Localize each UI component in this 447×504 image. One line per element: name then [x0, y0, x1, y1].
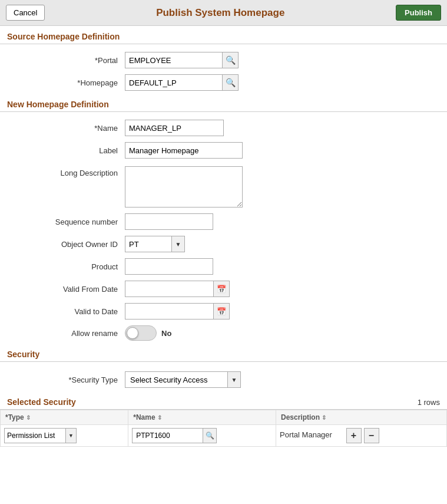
portal-row: *Portal 🔍 — [0, 49, 447, 71]
valid-to-row: Valid to Date 📅 — [0, 300, 447, 322]
row-description-text: Portal Manager — [280, 430, 332, 439]
homepage-row: *Homepage 🔍 — [0, 71, 447, 94]
security-type-row: *Security Type Select Security Access ▼ — [0, 367, 447, 393]
label-label: Label — [7, 146, 125, 155]
valid-to-calendar-button[interactable]: 📅 — [213, 303, 230, 319]
name-label: *Name — [7, 124, 125, 133]
portal-input[interactable] — [125, 52, 222, 68]
long-desc-row: Long Description — [0, 162, 447, 210]
allow-rename-toggle[interactable] — [125, 325, 157, 341]
valid-to-container: 📅 — [125, 303, 230, 319]
remove-row-button[interactable]: − — [364, 428, 379, 443]
col-name-header: *Name ⇕ — [128, 410, 276, 425]
homepage-search-button[interactable]: 🔍 — [222, 74, 239, 91]
homepage-input[interactable] — [125, 74, 222, 91]
valid-from-row: Valid From Date 📅 — [0, 278, 447, 300]
owner-select[interactable]: PT — [125, 236, 172, 252]
row-type-dropdown-arrow[interactable]: ▼ — [66, 428, 77, 443]
valid-from-container: 📅 — [125, 281, 230, 297]
row-description-cell: Portal Manager + − — [276, 425, 447, 447]
label-input[interactable] — [125, 142, 243, 159]
cancel-button[interactable]: Cancel — [6, 5, 45, 21]
valid-from-label: Valid From Date — [7, 285, 125, 294]
portal-search-button[interactable]: 🔍 — [222, 52, 239, 68]
source-section-header: Source Homepage Definition — [0, 26, 447, 44]
table-row: Permission List ▼ 🔍 Portal Manager + − — [1, 425, 447, 447]
allow-rename-toggle-container: No — [125, 325, 171, 341]
allow-rename-row: Allow rename No — [0, 322, 447, 344]
seq-input[interactable] — [125, 213, 213, 230]
product-input[interactable] — [125, 258, 213, 275]
new-section-header: New Homepage Definition — [0, 94, 447, 112]
long-desc-label: Long Description — [7, 166, 125, 177]
name-sort-icon[interactable]: ⇕ — [157, 414, 162, 421]
row-name-cell: 🔍 — [128, 425, 276, 447]
row-name-search-button[interactable]: 🔍 — [203, 428, 217, 443]
security-table: *Type ⇕ *Name ⇕ Description ⇕ Permission… — [0, 410, 447, 447]
col-description-header: Description ⇕ — [276, 410, 447, 425]
allow-rename-toggle-label: No — [161, 329, 171, 338]
portal-label: *Portal — [7, 56, 125, 65]
security-type-select[interactable]: Select Security Access — [125, 371, 228, 388]
allow-rename-label: Allow rename — [7, 329, 125, 338]
name-input[interactable] — [125, 120, 224, 136]
row-type-cell: Permission List ▼ — [1, 425, 128, 447]
valid-to-input[interactable] — [125, 303, 213, 319]
product-label: Product — [7, 262, 125, 271]
security-type-container: Select Security Access ▼ — [125, 371, 241, 388]
portal-field-container: 🔍 — [125, 52, 239, 68]
name-row: *Name — [0, 117, 447, 139]
row-type-container: Permission List ▼ — [4, 428, 124, 443]
valid-to-label: Valid to Date — [7, 307, 125, 316]
product-row: Product — [0, 255, 447, 278]
rows-count: 1 rows — [418, 398, 440, 407]
selected-security-title: Selected Security — [7, 397, 76, 407]
col-type-header: *Type ⇕ — [1, 410, 128, 425]
owner-select-container: PT ▼ — [125, 236, 185, 252]
owner-row: Object Owner ID PT ▼ — [0, 233, 447, 255]
security-section-header: Security — [0, 344, 447, 362]
label-row: Label — [0, 139, 447, 162]
seq-label: Sequence number — [7, 218, 125, 226]
row-name-input[interactable] — [132, 428, 203, 443]
row-name-container: 🔍 — [132, 428, 272, 443]
type-sort-icon[interactable]: ⇕ — [26, 414, 31, 421]
homepage-field-container: 🔍 — [125, 74, 239, 91]
owner-dropdown-arrow[interactable]: ▼ — [172, 236, 185, 252]
page-title: Publish System Homepage — [45, 7, 396, 19]
add-row-button[interactable]: + — [346, 428, 362, 443]
selected-security-header: Selected Security 1 rows — [0, 393, 447, 410]
row-type-select[interactable]: Permission List — [4, 428, 66, 443]
toggle-thumb — [127, 327, 138, 339]
valid-from-input[interactable] — [125, 281, 213, 297]
long-desc-input[interactable] — [125, 166, 243, 207]
security-type-dropdown-arrow[interactable]: ▼ — [228, 371, 241, 388]
page-header: Cancel Publish System Homepage Publish — [0, 0, 447, 26]
desc-sort-icon[interactable]: ⇕ — [322, 414, 326, 421]
seq-row: Sequence number — [0, 210, 447, 233]
security-type-label: *Security Type — [7, 375, 125, 384]
homepage-label: *Homepage — [7, 78, 125, 87]
owner-label: Object Owner ID — [7, 240, 125, 249]
row-action-buttons: + − — [346, 428, 379, 443]
publish-button[interactable]: Publish — [396, 5, 441, 21]
valid-from-calendar-button[interactable]: 📅 — [213, 281, 230, 297]
